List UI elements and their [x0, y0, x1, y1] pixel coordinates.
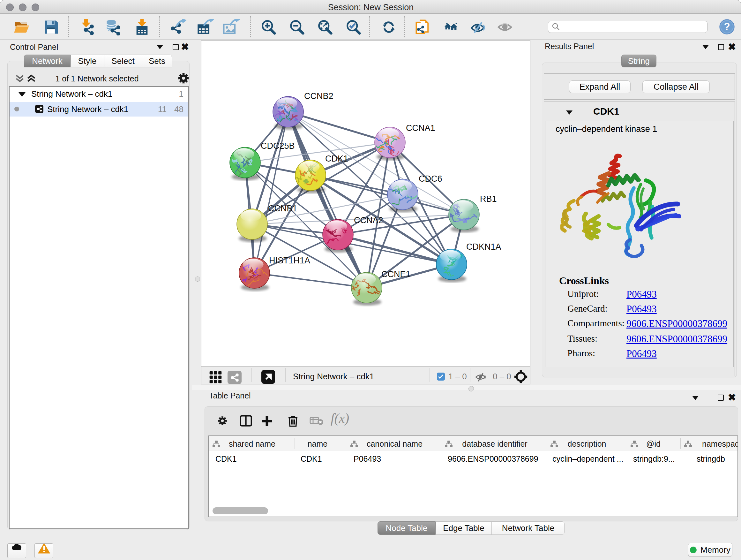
svg-text:CCNE1: CCNE1 [381, 269, 411, 279]
svg-text:CDC25B: CDC25B [261, 141, 295, 151]
svg-text:CCNA1: CCNA1 [406, 123, 435, 133]
svg-text:CCNA2: CCNA2 [354, 215, 383, 225]
svg-text:CCNB1: CCNB1 [268, 204, 297, 213]
svg-text:HIST1H1A: HIST1H1A [269, 256, 310, 265]
svg-text:CDK1: CDK1 [325, 154, 348, 164]
svg-text:RB1: RB1 [480, 194, 497, 204]
svg-text:?: ? [724, 21, 730, 32]
svg-text:CDC6: CDC6 [419, 174, 442, 184]
svg-text:CCNB2: CCNB2 [304, 91, 333, 101]
svg-text:CDKN1A: CDKN1A [466, 242, 501, 252]
